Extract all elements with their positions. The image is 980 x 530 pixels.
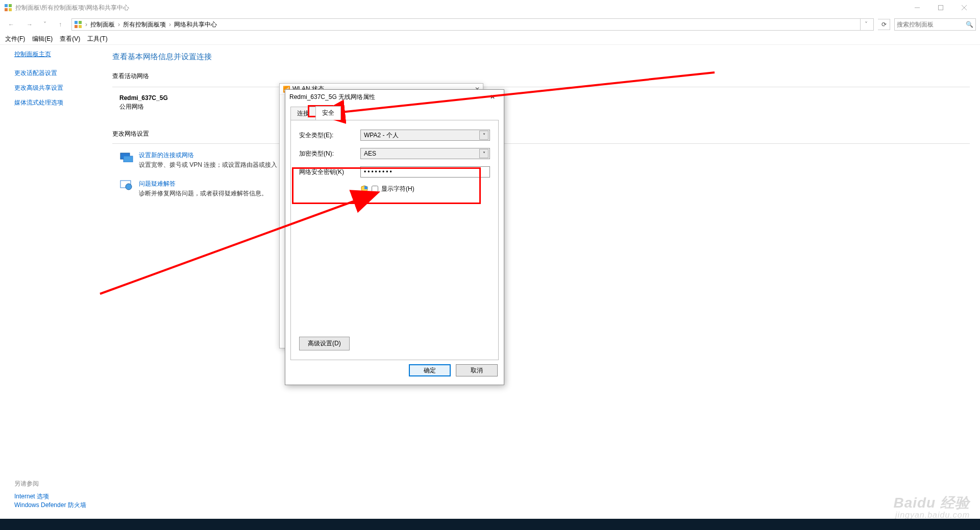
svg-rect-11 (79, 25, 82, 28)
network-type: 公用网络 (119, 103, 970, 111)
nav-forward-button[interactable]: → (22, 17, 37, 32)
show-characters-checkbox[interactable] (372, 186, 378, 192)
dialog-titlebar[interactable]: Redmi_637C_5G 无线网络属性 ✕ (285, 90, 504, 104)
setting-desc: 诊断并修复网络问题，或者获得疑难解答信息。 (139, 189, 267, 198)
show-characters-row: 显示字符(H) (360, 185, 490, 193)
page-heading: 查看基本网络信息并设置连接 (112, 52, 970, 62)
svg-rect-8 (75, 21, 78, 24)
show-characters-label: 显示字符(H) (381, 185, 414, 193)
dialog-title: Redmi_637C_5G 无线网络属性 (289, 93, 375, 102)
nav-recent-button[interactable]: ˅ (41, 17, 49, 32)
sidebar-link-sharing[interactable]: 更改高级共享设置 (14, 84, 102, 92)
uac-shield-icon (360, 185, 369, 193)
new-connection-icon (119, 151, 134, 162)
advanced-settings-button[interactable]: 高级设置(D) (299, 337, 350, 350)
ok-button[interactable]: 确定 (409, 364, 451, 376)
watermark: Baidu 经验 jingyan.baidu.com (893, 495, 970, 520)
breadcrumb-sep: › (118, 21, 120, 28)
menu-tools[interactable]: 工具(T) (87, 35, 107, 43)
breadcrumb-root[interactable]: 控制面板 (90, 20, 115, 29)
encryption-type-value: AES (364, 150, 376, 157)
svg-rect-1 (9, 4, 12, 7)
close-button[interactable] (952, 0, 976, 15)
nav-up-button[interactable]: ↑ (53, 17, 67, 32)
encryption-type-label: 加密类型(N): (299, 149, 360, 158)
control-panel-icon (74, 20, 82, 29)
svg-rect-9 (79, 21, 82, 24)
svg-rect-13 (124, 156, 133, 162)
menu-file[interactable]: 文件(F) (5, 35, 25, 43)
wireless-properties-dialog: Redmi_637C_5G 无线网络属性 ✕ 连接 安全 安全类型(E): WP… (285, 89, 504, 385)
tab-content-security: 安全类型(E): WPA2 - 个人 ˅ 加密类型(N): AES ˅ 网络安全… (290, 120, 499, 360)
active-networks-header: 查看活动网络 (112, 72, 970, 81)
seealso-defender-firewall[interactable]: Windows Defender 防火墙 (14, 501, 86, 509)
tab-connection[interactable]: 连接 (290, 107, 316, 120)
breadcrumb-leaf[interactable]: 网络和共享中心 (174, 20, 217, 29)
setting-title: 设置新的连接或网络 (139, 151, 277, 160)
encryption-type-row: 加密类型(N): AES ˅ (299, 148, 490, 159)
breadcrumb-sep: › (85, 21, 87, 28)
sidebar-home[interactable]: 控制面板主页 (14, 50, 102, 59)
window-controls (905, 0, 976, 15)
search-icon[interactable]: 🔍 (966, 21, 973, 28)
svg-rect-2 (5, 8, 8, 11)
refresh-button[interactable]: ⟳ (878, 19, 890, 30)
window-title: 控制面板\所有控制面板项\网络和共享中心 (15, 4, 905, 12)
control-panel-icon (4, 4, 12, 12)
network-key-label: 网络安全密钥(K) (299, 168, 360, 176)
sidebar-link-media[interactable]: 媒体流式处理选项 (14, 98, 102, 107)
sidebar-link-adapter[interactable]: 更改适配器设置 (14, 69, 102, 78)
setting-troubleshoot[interactable]: 问题疑难解答 诊断并修复网络问题，或者获得疑难解答信息。 (119, 180, 970, 198)
breadcrumb-sep: › (169, 21, 171, 28)
security-type-label: 安全类型(E): (299, 131, 360, 140)
address-bar: ← → ˅ ↑ › 控制面板 › 所有控制面板项 › 网络和共享中心 ˅ ⟳ 🔍 (0, 15, 980, 34)
breadcrumb-bar[interactable]: › 控制面板 › 所有控制面板项 › 网络和共享中心 ˅ (71, 18, 874, 31)
svg-rect-5 (939, 6, 943, 10)
menu-view[interactable]: 查看(V) (60, 35, 80, 43)
encryption-type-combo[interactable]: AES ˅ (360, 148, 490, 159)
dialog-footer: 确定 取消 (285, 360, 504, 381)
search-box[interactable]: 🔍 (894, 18, 976, 31)
maximize-button[interactable] (929, 0, 952, 15)
content-area: 查看基本网络信息并设置连接 查看活动网络 Redmi_637C_5G 公用网络 … (102, 45, 980, 519)
security-type-row: 安全类型(E): WPA2 - 个人 ˅ (299, 130, 490, 141)
breadcrumb-mid[interactable]: 所有控制面板项 (123, 20, 166, 29)
sidebar-seealso: 另请参阅 Internet 选项 Windows Defender 防火墙 (14, 479, 102, 519)
seealso-header: 另请参阅 (14, 479, 102, 488)
security-type-combo[interactable]: WPA2 - 个人 ˅ (360, 130, 490, 141)
nav-back-button[interactable]: ← (4, 17, 18, 32)
active-network: Redmi_637C_5G 公用网络 (119, 94, 970, 111)
minimize-button[interactable] (905, 0, 929, 15)
dialog-tabs: 连接 安全 (290, 106, 499, 120)
security-type-value: WPA2 - 个人 (364, 131, 399, 140)
sidebar: 控制面板主页 更改适配器设置 更改高级共享设置 媒体流式处理选项 另请参阅 In… (0, 45, 102, 519)
cancel-button[interactable]: 取消 (456, 364, 498, 376)
network-name: Redmi_637C_5G (119, 94, 970, 102)
change-settings-header: 更改网络设置 (112, 130, 970, 138)
taskbar[interactable] (0, 519, 980, 530)
network-key-row: 网络安全密钥(K) (299, 166, 490, 178)
tab-security[interactable]: 安全 (315, 106, 341, 120)
seealso-internet-options[interactable]: Internet 选项 (14, 493, 49, 500)
chevron-down-icon: ˅ (479, 149, 488, 158)
dialog-close-button[interactable]: ✕ (485, 92, 500, 102)
window-titlebar: 控制面板\所有控制面板项\网络和共享中心 (0, 0, 980, 15)
watermark-brand: Baidu 经验 (893, 495, 970, 511)
troubleshoot-icon (119, 180, 134, 191)
svg-rect-0 (5, 4, 8, 7)
menu-edit[interactable]: 编辑(E) (32, 35, 53, 43)
setting-desc: 设置宽带、拨号或 VPN 连接；或设置路由器或接入 (139, 161, 277, 169)
svg-point-15 (126, 184, 132, 190)
network-key-input[interactable] (360, 166, 490, 178)
svg-rect-10 (75, 25, 78, 28)
menu-bar: 文件(F) 编辑(E) 查看(V) 工具(T) (0, 34, 980, 45)
address-dropdown-button[interactable]: ˅ (860, 19, 871, 30)
search-input[interactable] (897, 21, 966, 28)
setting-title: 问题疑难解答 (139, 180, 267, 188)
svg-rect-3 (9, 8, 12, 11)
chevron-down-icon: ˅ (479, 131, 488, 140)
setting-new-connection[interactable]: 设置新的连接或网络 设置宽带、拨号或 VPN 连接；或设置路由器或接入 (119, 151, 970, 169)
